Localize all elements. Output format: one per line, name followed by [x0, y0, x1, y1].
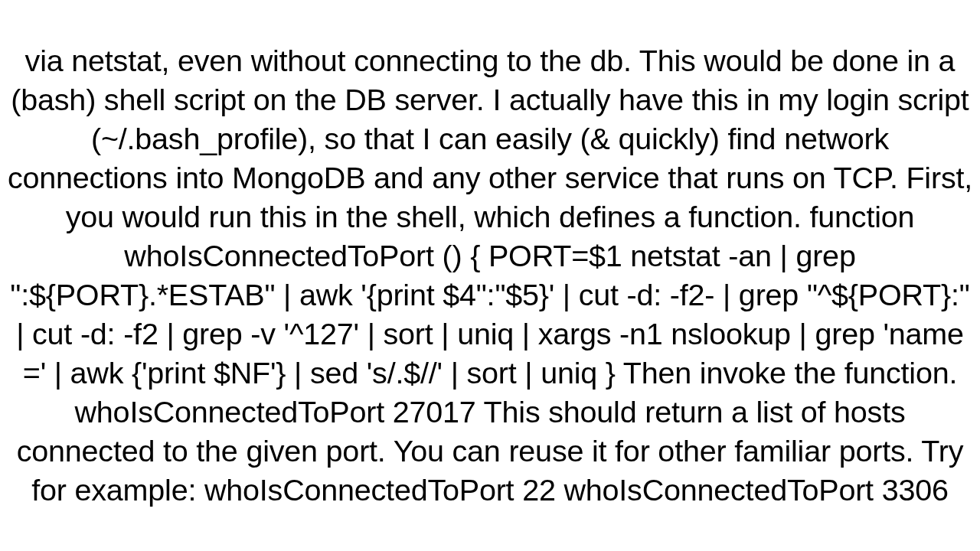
- document-text: via netstat, even without connecting to …: [8, 41, 972, 509]
